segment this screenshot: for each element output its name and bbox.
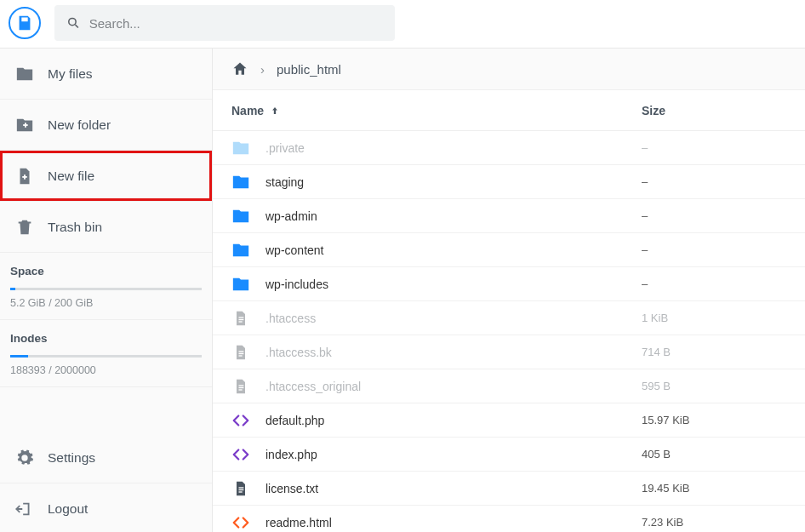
- code-icon: [231, 513, 250, 532]
- sidebar-item-my-files[interactable]: My files: [0, 49, 212, 100]
- table-row[interactable]: license.txt19.45 KiB: [213, 472, 805, 506]
- table-row[interactable]: default.php15.97 KiB: [213, 403, 805, 438]
- breadcrumb-segment[interactable]: public_html: [277, 62, 341, 77]
- main-panel: › public_html Name Size .private–staging…: [213, 49, 805, 532]
- gear-icon: [15, 449, 34, 467]
- col-size-header[interactable]: Size: [642, 104, 786, 117]
- save-icon: [15, 14, 34, 32]
- file-size: –: [642, 209, 786, 222]
- sidebar-item-label: New file: [48, 169, 94, 184]
- space-stat: 5.2 GiB / 200 GiB: [10, 297, 202, 309]
- file-name: readme.html: [265, 516, 332, 529]
- file-size: 595 B: [642, 380, 786, 392]
- table-row[interactable]: readme.html7.23 KiB: [213, 506, 805, 532]
- sidebar-item-trash[interactable]: Trash bin: [0, 202, 212, 253]
- file-name: wp-includes: [265, 277, 328, 291]
- file-size: 405 B: [642, 448, 786, 460]
- space-usage: Space 5.2 GiB / 200 GiB: [0, 253, 212, 320]
- folder-icon: [231, 241, 250, 260]
- sidebar-item-new-folder[interactable]: New folder: [0, 100, 212, 151]
- file-name: .htaccess.bk: [265, 346, 332, 359]
- folder-icon: [231, 275, 250, 294]
- file-name: license.txt: [265, 482, 318, 495]
- file-size: 7.23 KiB: [642, 516, 786, 529]
- table-row[interactable]: .htaccess_original595 B: [213, 369, 805, 403]
- space-title: Space: [10, 265, 202, 277]
- file-name: staging: [265, 175, 304, 189]
- sidebar-item-label: Logout: [48, 501, 88, 517]
- inodes-title: Inodes: [10, 332, 202, 345]
- home-icon[interactable]: [231, 60, 248, 77]
- code-icon: [231, 411, 250, 430]
- inodes-stat: 188393 / 2000000: [10, 364, 202, 376]
- file-size: –: [642, 141, 786, 154]
- logout-icon: [15, 500, 34, 518]
- file-name: .private: [265, 141, 305, 155]
- sort-asc-icon: [269, 105, 281, 117]
- file-size: –: [642, 243, 786, 256]
- chevron-right-icon: ›: [260, 62, 265, 77]
- folder-icon: [231, 139, 250, 157]
- file-table: Name Size .private–staging–wp-admin–wp-c…: [213, 90, 805, 532]
- table-row[interactable]: index.php405 B: [213, 438, 805, 472]
- sidebar-item-label: New folder: [48, 117, 111, 133]
- sidebar-item-label: My files: [48, 66, 93, 82]
- sidebar: My files New folder New file Trash bin S…: [0, 49, 213, 532]
- table-header: Name Size: [213, 90, 805, 131]
- search-icon: [66, 15, 81, 31]
- folder-icon: [15, 65, 34, 83]
- file-name: wp-content: [265, 243, 323, 257]
- breadcrumb: › public_html: [213, 49, 805, 90]
- file-name: wp-admin: [265, 209, 317, 223]
- col-name-header[interactable]: Name: [231, 104, 642, 117]
- inodes-usage: Inodes 188393 / 2000000: [0, 320, 212, 387]
- table-row[interactable]: wp-includes–: [213, 267, 805, 301]
- topbar: [0, 0, 805, 49]
- file-icon: [231, 377, 250, 396]
- table-row[interactable]: .private–: [213, 131, 805, 165]
- table-row[interactable]: staging–: [213, 165, 805, 199]
- sidebar-item-settings[interactable]: Settings: [0, 432, 212, 483]
- sidebar-item-label: Settings: [48, 450, 95, 466]
- file-name: index.php: [265, 448, 317, 461]
- sidebar-item-new-file[interactable]: New file: [0, 151, 212, 202]
- file-icon: [231, 343, 250, 362]
- inodes-progress: [10, 355, 202, 358]
- table-row[interactable]: .htaccess1 KiB: [213, 301, 805, 335]
- file-size: 19.45 KiB: [642, 482, 786, 495]
- search-input[interactable]: [89, 16, 383, 31]
- file-icon: [231, 479, 250, 498]
- sidebar-item-logout[interactable]: Logout: [0, 483, 212, 532]
- file-name: .htaccess_original: [265, 380, 361, 393]
- file-size: 1 KiB: [642, 312, 786, 324]
- space-progress: [10, 288, 202, 290]
- file-plus-icon: [15, 167, 34, 186]
- sidebar-item-label: Trash bin: [48, 220, 102, 235]
- table-row[interactable]: .htaccess.bk714 B: [213, 335, 805, 369]
- file-name: .htaccess: [265, 312, 316, 325]
- file-size: 15.97 KiB: [642, 414, 786, 426]
- folder-icon: [231, 173, 250, 192]
- search-box[interactable]: [54, 5, 395, 41]
- file-size: –: [642, 175, 786, 188]
- trash-icon: [15, 218, 34, 237]
- folder-icon: [231, 207, 250, 226]
- folder-plus-icon: [15, 116, 34, 134]
- file-size: 714 B: [642, 346, 786, 358]
- app-logo[interactable]: [9, 7, 41, 39]
- table-row[interactable]: wp-admin–: [213, 199, 805, 233]
- table-row[interactable]: wp-content–: [213, 233, 805, 267]
- file-size: –: [642, 277, 786, 290]
- file-icon: [231, 309, 250, 328]
- file-name: default.php: [265, 414, 324, 427]
- code-icon: [231, 445, 250, 464]
